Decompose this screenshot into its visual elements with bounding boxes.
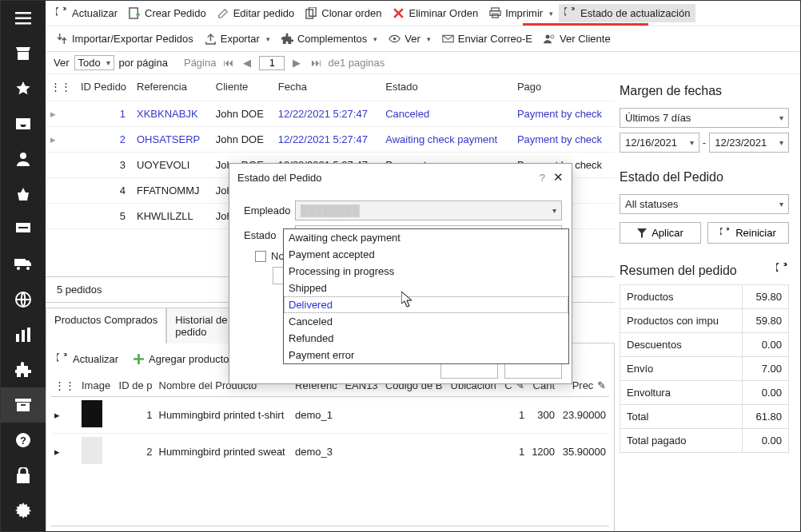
summary-row: Total61.80 bbox=[620, 405, 789, 429]
status-option[interactable]: Awaiting check payment bbox=[284, 229, 568, 246]
date-dash: - bbox=[703, 137, 706, 149]
date-preset-select[interactable]: Últimos 7 días▾ bbox=[620, 108, 789, 128]
date-preset-value: Últimos 7 días bbox=[625, 112, 691, 124]
active-underline bbox=[523, 23, 648, 26]
svg-rect-24 bbox=[490, 11, 500, 16]
apply-filter-button[interactable]: Aplicar bbox=[620, 222, 701, 244]
view-label: Ver bbox=[404, 33, 420, 45]
order-row[interactable]: ▸2OHSATSERPJohn DOE12/22/2021 5:27:47Awa… bbox=[46, 127, 615, 153]
products-refresh-button[interactable]: Actualizar bbox=[51, 350, 124, 368]
chat-icon[interactable] bbox=[1, 212, 46, 247]
dialog-help-icon[interactable]: ? bbox=[540, 172, 545, 184]
prev-page-button[interactable]: ◀ bbox=[240, 56, 254, 70]
col-date[interactable]: Fecha bbox=[273, 74, 381, 101]
mouse-cursor bbox=[401, 292, 414, 308]
store-icon[interactable] bbox=[1, 36, 46, 71]
svg-rect-12 bbox=[27, 328, 30, 342]
col-status[interactable]: Estado bbox=[381, 74, 512, 101]
add-product-label: Agregar producto bbox=[149, 353, 229, 365]
edit-order-button[interactable]: Editar pedido bbox=[212, 4, 301, 22]
truck-icon[interactable] bbox=[1, 247, 46, 282]
clone-order-button[interactable]: Clonar orden bbox=[300, 4, 387, 22]
notify-checkbox[interactable] bbox=[255, 251, 266, 262]
edit-label: Editar pedido bbox=[233, 7, 295, 19]
menu-icon[interactable] bbox=[1, 1, 46, 36]
per-page-select[interactable]: Todo▾ bbox=[74, 55, 114, 70]
add-product-button[interactable]: Agregar producto bbox=[127, 350, 234, 368]
last-page-button[interactable]: ⏭ bbox=[309, 56, 323, 70]
col-ref[interactable]: Referencia bbox=[132, 74, 211, 101]
date-from-input[interactable]: 12/16/2021▾ bbox=[620, 133, 699, 153]
date-to-input[interactable]: 12/23/2021▾ bbox=[709, 133, 789, 153]
reset-filter-button[interactable]: Reiniciar bbox=[707, 222, 789, 244]
svg-rect-15 bbox=[21, 404, 26, 406]
order-row[interactable]: ▸1XKBKNABJKJohn DOE12/22/2021 5:27:47Can… bbox=[46, 101, 615, 127]
star-icon[interactable] bbox=[1, 71, 46, 106]
col-id[interactable]: ID Pedido bbox=[76, 74, 132, 101]
col-payment[interactable]: Pago bbox=[512, 74, 615, 101]
inbox-icon[interactable] bbox=[1, 106, 46, 141]
pcol-id[interactable]: ID de p bbox=[114, 375, 155, 397]
page-input[interactable] bbox=[259, 56, 285, 70]
col-client[interactable]: Cliente bbox=[211, 74, 273, 101]
print-button[interactable]: Imprimir bbox=[484, 4, 559, 22]
left-sidebar: ? bbox=[1, 1, 46, 532]
refresh-button[interactable]: Actualizar bbox=[50, 4, 123, 22]
status-option[interactable]: Canceled bbox=[284, 313, 568, 330]
svg-rect-11 bbox=[22, 330, 25, 342]
refresh-label: Actualizar bbox=[72, 7, 118, 19]
export-button[interactable]: Exportar bbox=[199, 30, 276, 48]
dialog-close-button[interactable]: ✕ bbox=[553, 170, 564, 184]
apply-label: Aplicar bbox=[652, 227, 683, 239]
status-option[interactable]: Processing in progress bbox=[284, 263, 568, 280]
employee-select[interactable]: ████████▾ bbox=[295, 200, 562, 220]
view-customer-button[interactable]: Ver Cliente bbox=[538, 30, 616, 48]
basket-icon[interactable] bbox=[1, 177, 46, 212]
help-icon[interactable]: ? bbox=[1, 423, 46, 458]
order-status-heading: Estado del Pedido bbox=[620, 170, 789, 185]
next-page-button[interactable]: ▶ bbox=[289, 56, 304, 70]
summary-row: Productos59.80 bbox=[620, 285, 789, 309]
tab-products-bought[interactable]: Productos Comprados bbox=[46, 308, 166, 343]
send-email-button[interactable]: Enviar Correo-E bbox=[436, 30, 538, 48]
product-row[interactable]: ▸1Hummingbird printed t-shirtdemo_113002… bbox=[51, 397, 609, 434]
svg-point-3 bbox=[20, 153, 26, 159]
gear-icon[interactable] bbox=[1, 493, 46, 528]
svg-rect-1 bbox=[15, 18, 31, 20]
pager-row: Ver Todo▾ por página Página ⏮ ◀ ▶ ⏭ de1 … bbox=[46, 52, 800, 74]
expand-col: ⋮⋮ bbox=[46, 74, 76, 101]
prod-expand-col: ⋮⋮ bbox=[51, 375, 78, 397]
status-option[interactable]: Payment error bbox=[284, 347, 568, 363]
update-status-button[interactable]: Estado de actualización bbox=[559, 4, 695, 22]
status-filter-select[interactable]: All statuses▾ bbox=[620, 194, 789, 214]
delete-order-button[interactable]: Eliminar Orden bbox=[387, 4, 484, 22]
pcol-image[interactable]: Image bbox=[78, 375, 114, 397]
view-button[interactable]: Ver bbox=[383, 30, 436, 48]
product-row[interactable]: ▸2Hummingbird printed sweatdemo_31120035… bbox=[51, 434, 609, 470]
clone-label: Clonar orden bbox=[321, 7, 381, 19]
right-panel: Margen de fechas Últimos 7 días▾ 12/16/2… bbox=[615, 74, 800, 532]
status-option[interactable]: Delivered bbox=[284, 296, 568, 313]
svg-rect-18 bbox=[17, 474, 30, 483]
summary-refresh-icon[interactable] bbox=[776, 263, 789, 278]
lock-icon[interactable] bbox=[1, 458, 46, 493]
svg-point-7 bbox=[17, 267, 20, 270]
status-dropdown-list: Awaiting check paymentPayment acceptedPr… bbox=[283, 228, 569, 364]
svg-rect-10 bbox=[16, 334, 19, 342]
import-export-button[interactable]: Importar/Exportar Pedidos bbox=[50, 30, 199, 48]
person-icon[interactable] bbox=[1, 141, 46, 177]
plugins-button[interactable]: Complementos bbox=[276, 30, 383, 48]
status-option[interactable]: Shipped bbox=[284, 280, 568, 296]
svg-rect-2 bbox=[15, 22, 31, 25]
puzzle-icon[interactable] bbox=[1, 352, 46, 387]
archive-icon[interactable] bbox=[1, 387, 46, 423]
main-toolbar-2: Importar/Exportar Pedidos Exportar Compl… bbox=[46, 26, 800, 52]
status-option[interactable]: Payment accepted bbox=[284, 246, 568, 263]
create-order-button[interactable]: Crear Pedido bbox=[123, 4, 212, 22]
products-table: ⋮⋮ Image ID de p Nombre del Producto Ref… bbox=[51, 375, 609, 470]
chart-icon[interactable] bbox=[1, 317, 46, 352]
globe-icon[interactable] bbox=[1, 282, 46, 317]
status-option[interactable]: Refunded bbox=[284, 330, 568, 347]
per-page-label: por página bbox=[119, 57, 168, 69]
first-page-button[interactable]: ⏮ bbox=[221, 56, 235, 70]
